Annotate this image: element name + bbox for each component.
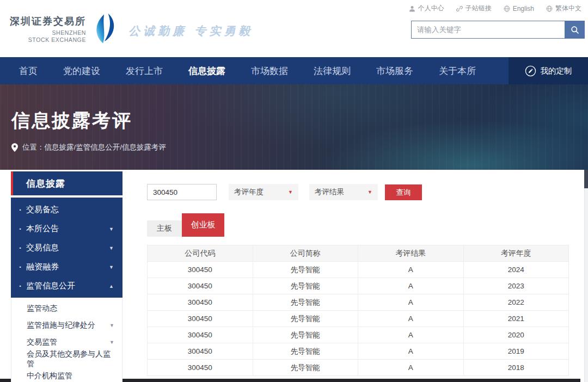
location-pin-icon bbox=[11, 143, 18, 152]
company-name-cell: 先导智能 bbox=[253, 278, 358, 294]
sidebar-menu: 交易备忘 本所公告 ▼ 交易信息 ▼ 融资融券 ▼ bbox=[11, 198, 122, 298]
link-icon bbox=[456, 5, 463, 12]
sidebar-title[interactable]: 信息披露 bbox=[11, 171, 122, 195]
szse-logo-icon bbox=[91, 13, 117, 45]
table-header-cell: 考评结果 bbox=[358, 245, 464, 262]
evaluation-result-cell: A bbox=[358, 327, 464, 343]
evaluation-year-cell: 2024 bbox=[463, 262, 569, 278]
breadcrumb: 位置：信息披露/监管信息公开/信息披露考评 bbox=[11, 143, 166, 152]
utility-link-label: 繁体中文 bbox=[555, 4, 581, 13]
nav-item[interactable]: 信息披露 bbox=[188, 65, 225, 77]
evaluation-year-select[interactable]: 考评年度 ▼ bbox=[229, 184, 298, 200]
query-button[interactable]: 查询 bbox=[385, 184, 422, 200]
nav-item[interactable]: 市场服务 bbox=[376, 65, 413, 77]
evaluation-table: 公司代码公司简称考评结果考评年度 300450 先导智能 A 2024 3004… bbox=[147, 245, 569, 376]
board-tab[interactable]: 创业板 bbox=[182, 213, 224, 237]
my-customization-label: 我的定制 bbox=[541, 66, 572, 76]
table-header-cell: 公司代码 bbox=[148, 245, 253, 262]
table-row: 300450 先导智能 A 2024 bbox=[148, 262, 569, 278]
sidebar-subitem-label: 会员及其他交易参与人监管 bbox=[27, 349, 114, 369]
company-code-cell: 300450 bbox=[148, 311, 253, 327]
nav-item[interactable]: 法律规则 bbox=[314, 65, 351, 77]
utility-link[interactable]: 个人中心 bbox=[409, 4, 444, 13]
sidebar-subitem-label: 交易监管 bbox=[27, 337, 57, 347]
page: 个人中心 子站链接 English bbox=[0, 0, 588, 382]
sidebar-item-caret-icon: ▼ bbox=[109, 264, 114, 270]
evaluation-year-cell: 2020 bbox=[463, 327, 569, 343]
utility-link-label: 子站链接 bbox=[465, 4, 492, 13]
logo-cn-text: 深圳证券交易所 bbox=[10, 15, 86, 28]
site-header: 个人中心 子站链接 English bbox=[0, 0, 588, 57]
evaluation-year-cell: 2021 bbox=[463, 311, 569, 327]
sidebar-item-caret-icon: ▼ bbox=[109, 245, 114, 251]
sidebar-subitem[interactable]: 监管动态 bbox=[11, 300, 122, 317]
scrollbar-thumb[interactable] bbox=[584, 170, 588, 188]
search-button[interactable] bbox=[565, 21, 585, 39]
company-code-input[interactable] bbox=[147, 184, 217, 200]
company-name-cell: 先导智能 bbox=[253, 343, 358, 360]
nav-item[interactable]: 党的建设 bbox=[63, 65, 100, 77]
table-header-cell: 公司简称 bbox=[253, 245, 358, 262]
pencil-circle-icon bbox=[525, 65, 536, 77]
evaluation-result-label: 考评结果 bbox=[315, 187, 344, 197]
company-code-cell: 300450 bbox=[148, 278, 253, 294]
utility-links: 个人中心 子站链接 English bbox=[409, 4, 581, 13]
breadcrumb-text: 位置：信息披露/监管信息公开/信息披露考评 bbox=[22, 143, 166, 152]
nav-item[interactable]: 发行上市 bbox=[126, 65, 163, 77]
company-name-cell: 先导智能 bbox=[253, 360, 358, 376]
utility-link[interactable]: 子站链接 bbox=[456, 4, 492, 13]
company-code-cell: 300450 bbox=[148, 294, 253, 311]
search-input[interactable] bbox=[411, 21, 565, 39]
sidebar-item-caret-icon: ▼ bbox=[109, 226, 114, 232]
scrollbar-track bbox=[584, 170, 588, 382]
sidebar-item-label: 监管信息公开 bbox=[26, 281, 75, 291]
utility-link[interactable]: English bbox=[504, 5, 534, 13]
evaluation-year-cell: 2018 bbox=[463, 360, 569, 376]
slogan-text: 公诚勤廉 专实勇毅 bbox=[128, 23, 253, 39]
sidebar-subitem[interactable]: 会员及其他交易参与人监管 bbox=[11, 350, 122, 367]
sidebar-item-label: 融资融券 bbox=[26, 262, 59, 272]
caret-down-icon: ▼ bbox=[288, 189, 293, 195]
sidebar-item[interactable]: 交易备忘 bbox=[11, 200, 122, 219]
evaluation-year-cell: 2022 bbox=[463, 294, 569, 311]
sidebar-item-caret-icon: ▲ bbox=[109, 284, 114, 289]
table-row: 300450 先导智能 A 2019 bbox=[148, 343, 569, 360]
search-icon bbox=[571, 26, 579, 34]
company-name-cell: 先导智能 bbox=[253, 294, 358, 311]
company-name-cell: 先导智能 bbox=[253, 311, 358, 327]
evaluation-year-cell: 2019 bbox=[463, 343, 569, 360]
sidebar-subitem[interactable]: 中介机构监管 bbox=[11, 367, 122, 382]
table-header-cell: 考评年度 bbox=[463, 245, 569, 262]
sidebar-subitem[interactable]: 交易监管 ▼ bbox=[11, 334, 122, 350]
sidebar-item[interactable]: 监管信息公开 ▲ bbox=[11, 276, 122, 295]
board-tab[interactable]: 主板 bbox=[147, 220, 182, 237]
company-code-cell: 300450 bbox=[148, 327, 253, 343]
evaluation-result-cell: A bbox=[358, 294, 464, 311]
nav-item[interactable]: 首页 bbox=[19, 65, 38, 77]
nav-item[interactable]: 市场数据 bbox=[251, 65, 288, 77]
sidebar-subitem-label: 中介机构监管 bbox=[27, 371, 72, 381]
board-tabs: 主板 创业板 bbox=[147, 213, 224, 237]
table-row: 300450 先导智能 A 2018 bbox=[148, 360, 569, 376]
utility-link-label: 个人中心 bbox=[418, 4, 444, 13]
sidebar-item-label: 交易备忘 bbox=[26, 205, 59, 215]
table-row: 300450 先导智能 A 2020 bbox=[148, 327, 569, 343]
evaluation-result-cell: A bbox=[358, 360, 464, 376]
globe-icon bbox=[504, 5, 510, 12]
table-header-row: 公司代码公司简称考评结果考评年度 bbox=[148, 245, 569, 262]
page-title: 信息披露考评 bbox=[11, 108, 132, 133]
sidebar-item[interactable]: 融资融券 ▼ bbox=[11, 257, 122, 276]
my-customization-button[interactable]: 我的定制 bbox=[509, 57, 588, 84]
sidebar-subitem-caret-icon: ▼ bbox=[109, 340, 114, 345]
logo[interactable]: 深圳证券交易所 SHENZHEN STOCK EXCHANGE 公诚勤廉 专实勇… bbox=[10, 15, 253, 45]
evaluation-result-select[interactable]: 考评结果 ▼ bbox=[309, 184, 378, 200]
sidebar-item[interactable]: 交易信息 ▼ bbox=[11, 238, 122, 257]
sidebar-item[interactable]: 本所公告 ▼ bbox=[11, 219, 122, 238]
nav-item[interactable]: 关于本所 bbox=[439, 65, 476, 77]
evaluation-year-label: 考评年度 bbox=[234, 187, 264, 197]
site-search bbox=[411, 21, 585, 39]
utility-link[interactable]: 繁体中文 bbox=[546, 4, 581, 13]
sidebar-subitem-caret-icon: ▼ bbox=[109, 323, 114, 328]
sidebar-subitem[interactable]: 监管措施与纪律处分 ▼ bbox=[11, 317, 122, 334]
evaluation-result-cell: A bbox=[358, 311, 464, 327]
